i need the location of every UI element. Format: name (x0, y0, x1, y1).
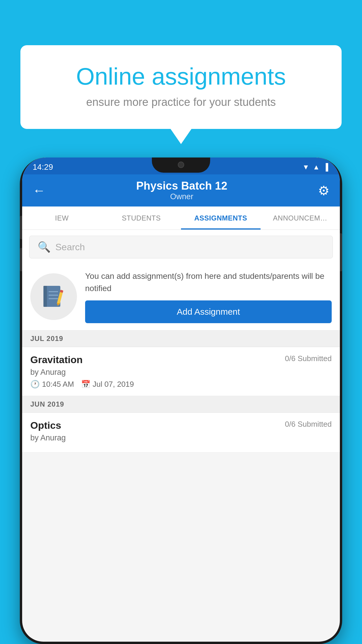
speech-bubble-container: Online assignments ensure more practice … (20, 45, 342, 129)
search-icon: 🔍 (38, 241, 51, 253)
assignment-author-optics: by Anurag (30, 433, 332, 442)
assignment-item-gravitation[interactable]: Gravitation 0/6 Submitted by Anurag 🕐 10… (22, 347, 340, 396)
assignment-meta: 🕐 10:45 AM 📅 Jul 07, 2019 (30, 380, 332, 389)
search-placeholder: Search (55, 242, 85, 253)
wifi-icon: ▼ (302, 163, 309, 171)
volume-down-button (20, 248, 22, 271)
phone-frame: 14:29 ▼ ▲ ▐ ← Physics Batch 12 Owner ⚙ I… (20, 158, 342, 644)
speech-bubble-subtitle: ensure more practice for your students (41, 96, 321, 108)
add-assignment-button[interactable]: Add Assignment (85, 300, 332, 323)
volume-up-button (20, 216, 22, 239)
signal-icon: ▲ (313, 163, 320, 171)
battery-icon: ▐ (323, 163, 328, 171)
submitted-count: 0/6 Submitted (285, 354, 332, 363)
back-button[interactable]: ← (33, 183, 45, 198)
app-header: ← Physics Batch 12 Owner ⚙ (22, 174, 340, 206)
section-header-jun: JUN 2019 (22, 396, 340, 413)
speech-bubble: Online assignments ensure more practice … (20, 45, 342, 129)
add-assignment-banner: You can add assignment(s) from here and … (22, 263, 340, 330)
batch-owner: Owner (136, 192, 227, 201)
assignment-description: You can add assignment(s) from here and … (85, 270, 332, 295)
power-button (340, 233, 342, 271)
submitted-count-optics: 0/6 Submitted (285, 420, 332, 429)
assignment-title-optics: Optics (30, 420, 61, 431)
assignment-item-header: Gravitation 0/6 Submitted (30, 354, 332, 365)
clock-icon: 🕐 (30, 380, 40, 389)
speech-bubble-title: Online assignments (41, 63, 321, 90)
content-area: 🔍 Search (22, 230, 340, 453)
assignment-title: Gravitation (30, 354, 82, 365)
assignment-date: 📅 Jul 07, 2019 (81, 380, 134, 389)
settings-icon[interactable]: ⚙ (318, 183, 329, 198)
assignment-item-optics[interactable]: Optics 0/6 Submitted by Anurag (22, 413, 340, 453)
calendar-icon: 📅 (81, 380, 90, 389)
status-time: 14:29 (33, 162, 53, 172)
assignment-info: You can add assignment(s) from here and … (85, 270, 332, 323)
assignment-author: by Anurag (30, 368, 332, 377)
tab-iew[interactable]: IEW (22, 206, 102, 230)
batch-title: Physics Batch 12 (136, 180, 227, 192)
header-center: Physics Batch 12 Owner (136, 180, 227, 201)
phone-notch (152, 158, 210, 173)
tab-assignments[interactable]: ASSIGNMENTS (181, 206, 261, 230)
assignment-icon-circle (30, 273, 77, 320)
status-icons: ▼ ▲ ▐ (302, 163, 328, 171)
notebook-icon (41, 284, 67, 310)
phone-screen: 14:29 ▼ ▲ ▐ ← Physics Batch 12 Owner ⚙ I… (22, 158, 340, 642)
section-header-jul: JUL 2019 (22, 330, 340, 347)
tab-announcements[interactable]: ANNOUNCEM… (261, 206, 340, 230)
tab-bar: IEW STUDENTS ASSIGNMENTS ANNOUNCEM… (22, 206, 340, 230)
front-camera (178, 162, 184, 168)
assignment-item-header-optics: Optics 0/6 Submitted (30, 420, 332, 431)
tab-students[interactable]: STUDENTS (102, 206, 181, 230)
search-bar[interactable]: 🔍 Search (29, 236, 333, 258)
assignment-time: 🕐 10:45 AM (30, 380, 74, 389)
svg-rect-1 (43, 286, 47, 307)
